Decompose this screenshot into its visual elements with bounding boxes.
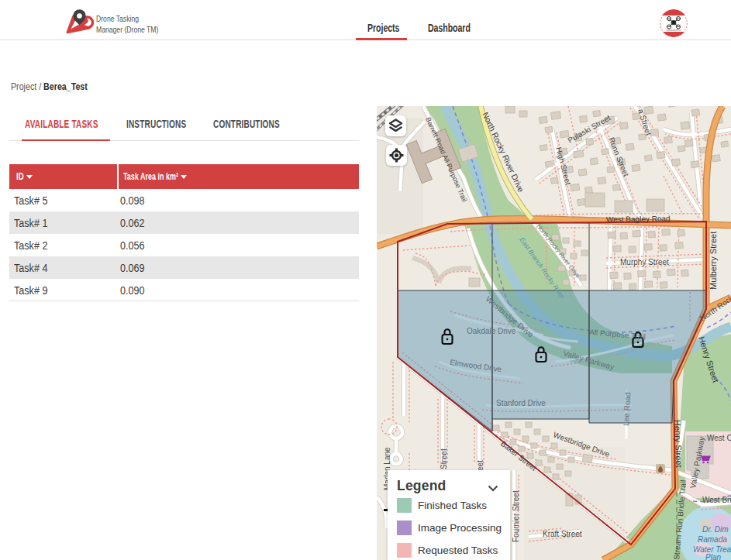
svg-text:West Bagley Road: West Bagley Road [606, 215, 671, 224]
svg-text:Henry Street: Henry Street [673, 420, 684, 468]
svg-text:West C: West C [707, 434, 731, 442]
svg-text:Lee Road: Lee Road [622, 392, 632, 426]
svg-text:Mulberry Street: Mulberry Street [709, 232, 718, 290]
svg-text:Stanford Drive: Stanford Drive [496, 399, 546, 407]
svg-text:West Brid: West Brid [702, 496, 731, 504]
svg-text:Oakdale Drive: Oakdale Drive [467, 327, 516, 335]
svg-text:eet: eet [476, 460, 484, 471]
svg-text:Fournier Street: Fournier Street [512, 490, 520, 542]
svg-text:Ramada: Ramada [698, 535, 727, 544]
svg-text:Kraft Street: Kraft Street [543, 530, 582, 538]
svg-text:OpenDronePlus: OpenDronePlus [666, 29, 681, 32]
svg-text:Street: Street [440, 448, 448, 469]
svg-text:Plan: Plan [705, 553, 721, 560]
svg-text:Dr. Dim: Dr. Dim [702, 525, 729, 534]
svg-text:Murphy Street: Murphy Street [620, 258, 669, 266]
